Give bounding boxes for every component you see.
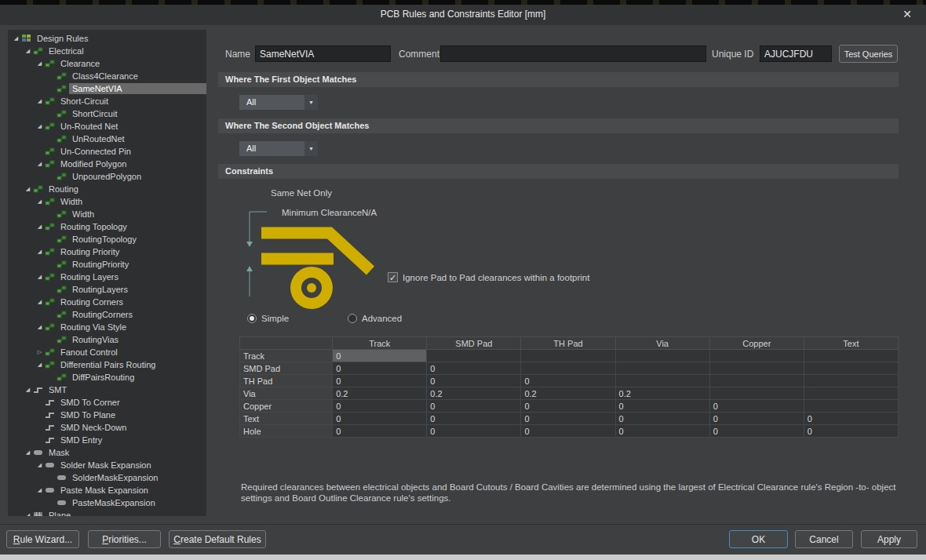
tree-item-electrical[interactable]: ◢Electrical <box>8 45 206 57</box>
clearance-cell[interactable]: 0 <box>427 413 521 425</box>
clearance-cell[interactable]: 0 <box>333 350 427 362</box>
clearance-cell[interactable]: 0 <box>333 362 427 375</box>
clearance-cell[interactable]: 0 <box>521 413 615 425</box>
tree-item-samenetvia[interactable]: SameNetVIA <box>8 82 206 95</box>
clearance-cell[interactable]: 0 <box>804 425 898 438</box>
tree-item-smd-neck-down[interactable]: SMD Neck-Down <box>8 421 206 434</box>
tree-expanded-arrow-icon[interactable]: ◢ <box>23 512 33 516</box>
second-object-scope-dropdown[interactable]: All ▼ <box>239 141 318 156</box>
clearance-cell[interactable]: 0 <box>709 425 804 438</box>
tree-item-solder-mask-expansion[interactable]: ◢Solder Mask Expansion <box>8 459 206 471</box>
clearance-cell[interactable] <box>615 350 709 362</box>
clearance-cell[interactable] <box>804 400 898 413</box>
tree-expanded-arrow-icon[interactable]: ◢ <box>35 487 45 493</box>
test-queries-button[interactable]: Test Queries <box>839 45 898 63</box>
tree-expanded-arrow-icon[interactable]: ◢ <box>23 186 33 192</box>
clearance-cell[interactable] <box>709 362 804 375</box>
priorities-button[interactable]: Priorities... <box>88 530 161 548</box>
tree-expanded-arrow-icon[interactable]: ◢ <box>35 362 45 368</box>
tree-item-unpouredpolygon[interactable]: UnpouredPolygon <box>8 170 206 183</box>
tree-item-smd-entry[interactable]: SMD Entry <box>8 434 206 446</box>
chevron-down-icon[interactable]: ▼ <box>304 141 318 156</box>
tree-item-unroutednet[interactable]: UnRoutedNet <box>8 133 206 145</box>
tree-item-un-connected-pin[interactable]: Un-Connected Pin <box>8 145 206 158</box>
ignore-pad-checkbox[interactable]: ✓ <box>388 272 398 282</box>
tree-item-un-routed-net[interactable]: ◢Un-Routed Net <box>8 120 206 133</box>
clearance-cell[interactable]: 0 <box>333 375 427 387</box>
tree-expanded-arrow-icon[interactable]: ◢ <box>35 299 45 305</box>
tree-expanded-arrow-icon[interactable]: ◢ <box>35 98 45 104</box>
tree-expanded-arrow-icon[interactable]: ◢ <box>35 123 45 129</box>
tree-item-routingvias[interactable]: RoutingVias <box>8 333 206 346</box>
clearance-cell[interactable] <box>615 362 709 375</box>
cancel-button[interactable]: Cancel <box>795 530 853 548</box>
tree-item-diffpairsrouting[interactable]: DiffPairsRouting <box>8 371 206 384</box>
clearance-cell[interactable]: 0 <box>615 413 709 425</box>
clearance-cell[interactable]: 0 <box>615 400 709 413</box>
comment-input[interactable] <box>440 45 706 62</box>
clearance-cell[interactable] <box>521 350 615 362</box>
clearance-cell[interactable] <box>427 350 521 362</box>
tree-item-width[interactable]: ◢Width <box>8 195 206 208</box>
clearance-cell[interactable] <box>709 387 804 400</box>
clearance-cell[interactable] <box>521 362 615 375</box>
clearance-cell[interactable]: 0.2 <box>521 387 615 400</box>
tree-item-routing-topology[interactable]: ◢Routing Topology <box>8 220 206 233</box>
clearance-cell[interactable]: 0 <box>804 413 898 425</box>
unique-id-input[interactable] <box>760 45 832 62</box>
clearance-cell[interactable]: 0 <box>709 413 804 425</box>
tree-item-design-rules[interactable]: ◢Design Rules <box>8 32 206 45</box>
chevron-down-icon[interactable]: ▼ <box>304 95 318 110</box>
clearance-cell[interactable] <box>804 387 898 400</box>
tree-item-routing[interactable]: ◢Routing <box>8 183 206 195</box>
clearance-cell[interactable]: 0 <box>427 400 521 413</box>
tree-item-routing-corners[interactable]: ◢Routing Corners <box>8 296 206 308</box>
tree-expanded-arrow-icon[interactable]: ◢ <box>35 224 45 230</box>
tree-expanded-arrow-icon[interactable]: ◢ <box>35 198 45 205</box>
clearance-cell[interactable]: 0 <box>615 425 709 438</box>
tree-item-short-circuit[interactable]: ◢Short-Circuit <box>8 95 206 107</box>
tree-item-clearance[interactable]: ◢Clearance <box>8 57 206 70</box>
tree-expanded-arrow-icon[interactable]: ◢ <box>35 324 45 330</box>
tree-expanded-arrow-icon[interactable]: ◢ <box>23 48 33 54</box>
clearance-cell[interactable] <box>804 350 898 362</box>
tree-expanded-arrow-icon[interactable]: ◢ <box>35 161 45 167</box>
tree-item-routingpriority[interactable]: RoutingPriority <box>8 258 206 271</box>
tree-item-smt[interactable]: ◢SMT <box>8 384 206 396</box>
tree-item-smd-to-corner[interactable]: SMD To Corner <box>8 396 206 409</box>
tree-item-routingcorners[interactable]: RoutingCorners <box>8 308 206 321</box>
tree-item-pastemaskexpansion[interactable]: PasteMaskExpansion <box>8 496 206 509</box>
clearance-cell[interactable]: 0 <box>427 425 521 438</box>
dialog-titlebar[interactable]: PCB Rules and Constraints Editor [mm] ✕ <box>0 5 926 25</box>
tree-expanded-arrow-icon[interactable]: ◢ <box>11 35 21 42</box>
tree-expanded-arrow-icon[interactable]: ◢ <box>35 60 45 67</box>
tree-item-routingtopology[interactable]: RoutingTopology <box>8 233 206 245</box>
create-default-rules-button[interactable]: Create Default Rules <box>169 530 266 548</box>
clearance-cell[interactable]: 0.2 <box>427 387 521 400</box>
ok-button[interactable]: OK <box>729 530 788 548</box>
tree-collapsed-arrow-icon[interactable]: ▷ <box>35 349 45 355</box>
tree-expanded-arrow-icon[interactable]: ◢ <box>23 449 33 456</box>
clearance-cell[interactable] <box>709 350 804 362</box>
clearance-cell[interactable] <box>615 375 709 387</box>
tree-item-soldermaskexpansion[interactable]: SolderMaskExpansion <box>8 471 206 484</box>
tree-item-modified-polygon[interactable]: ◢Modified Polygon <box>8 158 206 170</box>
clearance-cell[interactable]: 0 <box>427 362 521 375</box>
tree-item-paste-mask-expansion[interactable]: ◢Paste Mask Expansion <box>8 484 206 496</box>
rule-wizard-button[interactable]: Rule Wizard... <box>6 530 79 548</box>
tree-item-class4clearance[interactable]: Class4Clearance <box>8 70 206 82</box>
clearance-cell[interactable]: 0 <box>333 400 427 413</box>
tree-item-fanout-control[interactable]: ▷Fanout Control <box>8 346 206 358</box>
tree-expanded-arrow-icon[interactable]: ◢ <box>35 462 45 468</box>
close-icon[interactable]: ✕ <box>902 8 912 20</box>
clearance-cell[interactable]: 0 <box>521 400 615 413</box>
tree-item-shortcircuit[interactable]: ShortCircuit <box>8 107 206 120</box>
tree-item-routinglayers[interactable]: RoutingLayers <box>8 283 206 296</box>
clearance-cell[interactable]: 0 <box>521 375 615 387</box>
tree-item-smd-to-plane[interactable]: SMD To Plane <box>8 409 206 421</box>
rules-tree[interactable]: ◢Design Rules◢Electrical◢ClearanceClass4… <box>8 30 206 516</box>
apply-button[interactable]: Apply <box>861 530 917 548</box>
tree-item-width[interactable]: Width <box>8 208 206 220</box>
clearance-cell[interactable]: 0.2 <box>333 387 427 400</box>
tree-expanded-arrow-icon[interactable]: ◢ <box>35 274 45 280</box>
